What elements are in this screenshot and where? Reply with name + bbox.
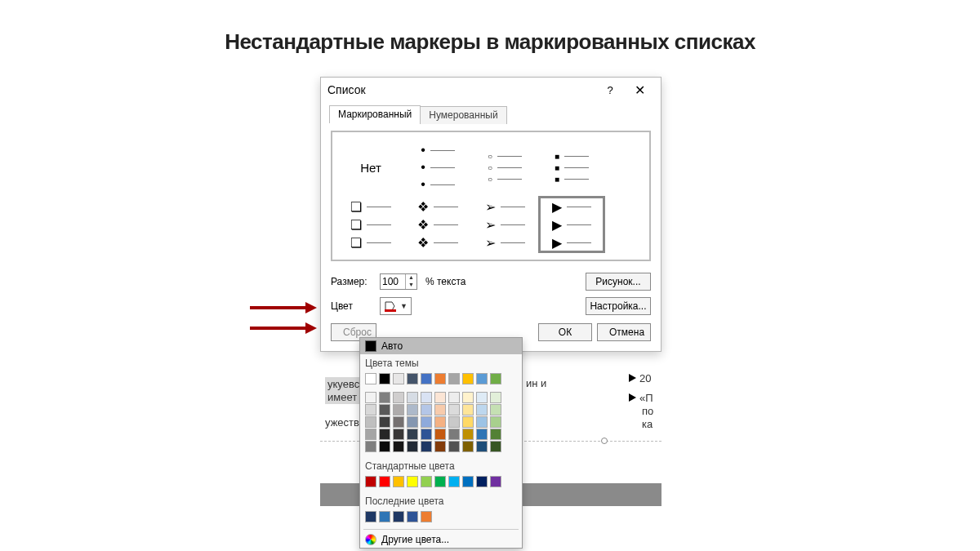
bullet-option-diamond4[interactable]: ❖ ❖ ❖ (404, 196, 471, 253)
color-swatch[interactable] (407, 441, 418, 452)
color-swatch[interactable] (476, 373, 488, 384)
color-picker-button[interactable]: ▼ (380, 297, 412, 315)
color-swatch[interactable] (407, 476, 418, 487)
color-swatch[interactable] (490, 373, 501, 384)
color-swatch[interactable] (365, 373, 376, 384)
color-swatch[interactable] (434, 416, 446, 428)
color-swatch[interactable] (365, 429, 376, 440)
color-swatch[interactable] (365, 392, 376, 403)
more-colors-button[interactable]: Другие цвета... (360, 531, 522, 548)
color-swatch[interactable] (393, 392, 404, 403)
color-swatch[interactable] (407, 404, 418, 415)
color-swatch[interactable] (462, 392, 474, 403)
color-swatch[interactable] (490, 416, 501, 428)
color-swatch[interactable] (434, 373, 446, 384)
color-swatch[interactable] (365, 404, 376, 415)
color-swatch[interactable] (421, 416, 432, 428)
color-swatch[interactable] (393, 416, 404, 428)
color-swatch[interactable] (434, 429, 446, 440)
color-swatch[interactable] (379, 373, 390, 384)
close-button[interactable]: ✕ (625, 80, 654, 100)
customize-button[interactable]: Настройка... (586, 297, 651, 315)
color-swatch[interactable] (421, 373, 432, 384)
picture-button[interactable]: Рисунок... (586, 273, 651, 291)
color-swatch[interactable] (421, 392, 432, 403)
color-swatch[interactable] (379, 429, 390, 440)
color-swatch[interactable] (476, 404, 488, 415)
color-swatch[interactable] (379, 441, 390, 452)
color-swatch[interactable] (448, 476, 460, 487)
color-swatch[interactable] (407, 392, 418, 403)
ok-button[interactable]: ОК (538, 323, 592, 341)
color-swatch[interactable] (490, 476, 501, 487)
color-swatch[interactable] (462, 441, 474, 452)
color-swatch[interactable] (490, 392, 501, 403)
color-swatch[interactable] (476, 392, 488, 403)
bullet-option-square-outline[interactable]: ❏ ❏ ❏ (337, 196, 404, 253)
bullet-option-circle[interactable]: ○ ○ ○ (471, 139, 538, 196)
color-swatch[interactable] (379, 476, 390, 487)
size-spinner[interactable]: ▲ ▼ (380, 273, 417, 290)
color-swatch[interactable] (393, 511, 404, 522)
bullet-option-triangle[interactable]: ▶ ▶ ▶ (538, 196, 605, 253)
color-swatch[interactable] (393, 429, 404, 440)
color-swatch[interactable] (365, 441, 376, 452)
color-swatch[interactable] (462, 416, 474, 428)
color-swatch[interactable] (365, 511, 376, 522)
color-recent-heading: Последние цвета (360, 492, 522, 509)
bullet-option-dot[interactable]: • • • (404, 139, 471, 196)
bullet-option-arrow-outline[interactable]: ➢ ➢ ➢ (471, 196, 538, 253)
color-swatch[interactable] (407, 511, 418, 522)
color-swatch[interactable] (476, 441, 488, 452)
tab-bulleted[interactable]: Маркированный (329, 105, 421, 123)
color-swatch[interactable] (407, 416, 418, 428)
color-swatch[interactable] (448, 404, 460, 415)
color-swatch[interactable] (462, 476, 474, 487)
color-swatch[interactable] (379, 392, 390, 403)
color-swatch[interactable] (393, 441, 404, 452)
color-swatch[interactable] (365, 476, 376, 487)
color-swatch[interactable] (407, 373, 418, 384)
color-swatch[interactable] (434, 476, 446, 487)
bullet-option-square-small[interactable]: ■ ■ ■ (538, 139, 605, 196)
size-label: Размер: (331, 276, 380, 287)
cancel-button[interactable]: Отмена (597, 323, 651, 341)
size-input[interactable] (381, 276, 405, 287)
color-swatch[interactable] (393, 404, 404, 415)
color-swatch[interactable] (393, 476, 404, 487)
color-swatch[interactable] (434, 441, 446, 452)
color-swatch[interactable] (421, 441, 432, 452)
color-swatch[interactable] (448, 416, 460, 428)
color-swatch[interactable] (462, 429, 474, 440)
help-button[interactable]: ? (595, 80, 625, 100)
color-swatch[interactable] (365, 416, 376, 428)
color-swatch[interactable] (379, 511, 390, 522)
color-swatch[interactable] (448, 392, 460, 403)
bullet-option-none[interactable]: Нет (337, 139, 404, 196)
color-swatch[interactable] (421, 429, 432, 440)
color-swatch[interactable] (448, 429, 460, 440)
color-swatch[interactable] (462, 373, 474, 384)
color-swatch[interactable] (434, 392, 446, 403)
color-swatch[interactable] (379, 416, 390, 428)
color-swatch[interactable] (448, 373, 460, 384)
color-swatch[interactable] (490, 404, 501, 415)
spin-up-icon[interactable]: ▲ (406, 274, 416, 282)
color-swatch[interactable] (434, 404, 446, 415)
color-swatch[interactable] (476, 429, 488, 440)
spin-down-icon[interactable]: ▼ (406, 282, 416, 289)
color-swatch[interactable] (421, 476, 432, 487)
color-swatch[interactable] (421, 511, 432, 522)
color-swatch[interactable] (379, 404, 390, 415)
color-swatch[interactable] (490, 429, 501, 440)
color-swatch[interactable] (476, 416, 488, 428)
color-swatch[interactable] (476, 476, 488, 487)
color-swatch[interactable] (393, 373, 404, 384)
color-auto[interactable]: Авто (360, 338, 522, 354)
tab-numbered[interactable]: Нумерованный (420, 106, 506, 124)
color-swatch[interactable] (462, 404, 474, 415)
color-swatch[interactable] (421, 404, 432, 415)
color-swatch[interactable] (490, 441, 501, 452)
color-swatch[interactable] (448, 441, 460, 452)
color-swatch[interactable] (407, 429, 418, 440)
